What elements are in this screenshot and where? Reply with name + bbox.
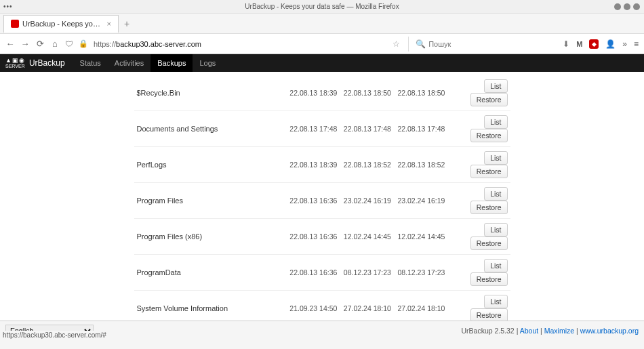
window-close-icon[interactable]	[633, 3, 640, 10]
file-date-1: 22.08.13 18:39	[287, 75, 341, 111]
restore-button[interactable]: Restore	[470, 272, 508, 286]
file-date-1: 22.08.13 17:48	[287, 111, 341, 147]
list-button[interactable]: List	[484, 187, 507, 201]
file-date-2: 22.08.13 18:52	[340, 147, 395, 183]
restore-button[interactable]: Restore	[470, 308, 508, 322]
browser-tabbar: UrBackup - Keeps your dat... × +	[0, 14, 644, 34]
favicon-icon	[11, 20, 19, 28]
file-date-1: 22.08.13 16:36	[287, 219, 341, 255]
file-name: PerfLogs	[134, 147, 249, 183]
file-size	[249, 147, 287, 183]
nav-backups[interactable]: Backups	[150, 54, 193, 72]
menu-dots-icon[interactable]: •••	[3, 3, 13, 10]
file-date-3: 22.08.13 18:50	[395, 75, 449, 111]
list-button[interactable]: List	[484, 151, 507, 165]
back-button[interactable]: ←	[5, 39, 15, 49]
restore-button[interactable]: Restore	[470, 93, 508, 106]
file-date-3: 08.12.23 17:23	[395, 255, 449, 291]
files-table: $Recycle.Bin22.08.13 18:3922.08.13 18:50…	[134, 75, 510, 340]
menu-icon[interactable]: ≡	[634, 39, 639, 49]
list-button[interactable]: List	[484, 223, 507, 237]
table-row: PerfLogs22.08.13 18:3922.08.13 18:5222.0…	[134, 147, 510, 183]
status-bar: https://backup30.abc-server.com/#	[0, 331, 109, 340]
brand-logo-icon: ▲▣◉ SERVER	[5, 58, 25, 68]
window-title: UrBackup - Keeps your data safe — Mozill…	[245, 3, 399, 10]
browser-toolbar: ← → ⟳ ⌂ 🛡 🔒 https://backup30.abc-server.…	[0, 34, 644, 54]
version-label: UrBackup 2.5.32	[462, 327, 515, 335]
mail-icon[interactable]: M	[576, 40, 582, 48]
search-box[interactable]: 🔍	[408, 37, 557, 52]
nav-activities[interactable]: Activities	[108, 54, 150, 72]
restore-button[interactable]: Restore	[470, 201, 508, 214]
restore-button[interactable]: Restore	[470, 129, 508, 142]
table-row: ProgramData22.08.13 16:3608.12.23 17:230…	[134, 255, 510, 291]
file-date-2: 22.08.13 18:50	[340, 75, 395, 111]
adblock-icon[interactable]: ◆	[589, 39, 599, 49]
main-content: $Recycle.Bin22.08.13 18:3922.08.13 18:50…	[0, 72, 644, 340]
window-minimize-icon[interactable]	[614, 3, 621, 10]
file-date-1: 22.08.13 16:36	[287, 255, 341, 291]
table-row: Documents and Settings22.08.13 17:4822.0…	[134, 111, 510, 147]
search-icon: 🔍	[416, 39, 426, 49]
account-icon[interactable]: 👤	[605, 39, 616, 49]
file-date-2: 23.02.24 16:19	[340, 183, 395, 219]
table-row: Program Files22.08.13 16:3623.02.24 16:1…	[134, 183, 510, 219]
file-name: ProgramData	[134, 255, 249, 291]
tab-title: UrBackup - Keeps your dat...	[22, 20, 104, 28]
file-size	[249, 75, 287, 111]
file-date-3: 22.08.13 18:52	[395, 147, 449, 183]
downloads-icon[interactable]: ⬇	[563, 39, 569, 49]
nav-logs[interactable]: Logs	[193, 54, 222, 72]
file-date-2: 22.08.13 17:48	[340, 111, 395, 147]
table-row: Program Files (x86)22.08.13 16:3612.02.2…	[134, 219, 510, 255]
brand-name: UrBackup	[29, 58, 65, 68]
search-input[interactable]	[428, 40, 550, 48]
file-size	[249, 255, 287, 291]
shield-icon[interactable]: 🛡	[65, 39, 73, 49]
restore-button[interactable]: Restore	[470, 237, 508, 250]
window-maximize-icon[interactable]	[624, 3, 630, 10]
bookmark-star-icon[interactable]: ☆	[393, 39, 400, 49]
file-name: $Recycle.Bin	[134, 75, 249, 111]
lock-icon[interactable]: 🔒	[79, 39, 88, 48]
file-date-1: 22.08.13 18:39	[287, 147, 341, 183]
close-icon[interactable]: ×	[107, 20, 111, 28]
file-date-2: 08.12.23 17:23	[340, 255, 395, 291]
browser-tab[interactable]: UrBackup - Keeps your dat... ×	[3, 15, 119, 33]
file-date-3: 12.02.24 14:45	[395, 219, 449, 255]
maximize-link[interactable]: Maximize	[544, 327, 574, 335]
window-titlebar: ••• UrBackup - Keeps your data safe — Mo…	[0, 0, 644, 14]
file-size	[249, 219, 287, 255]
file-date-3: 23.02.24 16:19	[395, 183, 449, 219]
file-name: Program Files	[134, 183, 249, 219]
about-link[interactable]: About	[520, 327, 538, 335]
site-link[interactable]: www.urbackup.org	[580, 327, 639, 335]
new-tab-button[interactable]: +	[124, 18, 129, 29]
file-date-3: 22.08.13 17:48	[395, 111, 449, 147]
file-name: Documents and Settings	[134, 111, 249, 147]
file-size	[249, 111, 287, 147]
brand[interactable]: ▲▣◉ SERVER UrBackup	[5, 58, 65, 68]
list-button[interactable]: List	[484, 115, 507, 129]
restore-button[interactable]: Restore	[470, 165, 508, 178]
forward-button[interactable]: →	[20, 39, 30, 49]
app-navbar: ▲▣◉ SERVER UrBackup Status Activities Ba…	[0, 54, 644, 72]
list-button[interactable]: List	[484, 295, 507, 308]
file-name: Program Files (x86)	[134, 219, 249, 255]
overflow-icon[interactable]: »	[622, 39, 627, 49]
address-bar[interactable]: https://backup30.abc-server.com	[94, 40, 387, 48]
file-size	[249, 183, 287, 219]
file-date-2: 12.02.24 14:45	[340, 219, 395, 255]
home-button[interactable]: ⌂	[50, 39, 60, 49]
list-button[interactable]: List	[484, 259, 507, 272]
list-button[interactable]: List	[484, 79, 507, 93]
file-date-1: 22.08.13 16:36	[287, 183, 341, 219]
table-row: $Recycle.Bin22.08.13 18:3922.08.13 18:50…	[134, 75, 510, 111]
nav-status[interactable]: Status	[73, 54, 108, 72]
reload-button[interactable]: ⟳	[35, 39, 45, 49]
